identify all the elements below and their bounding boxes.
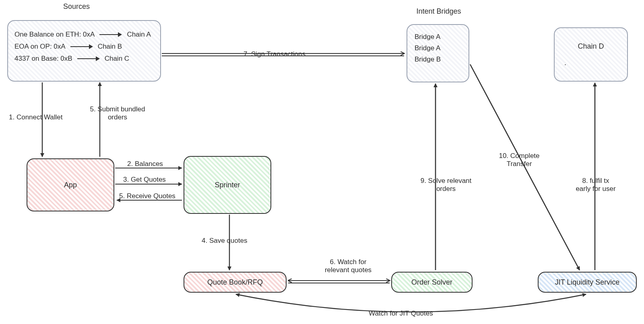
edge-1-label: 1. Connect Wallet bbox=[9, 113, 63, 121]
chain-d-panel: Chain D . bbox=[554, 27, 628, 82]
sources-title: Sources bbox=[52, 2, 101, 11]
order-solver-label: Order Solver bbox=[411, 278, 452, 287]
edge-9-label: 9. Solve relevantorders bbox=[410, 177, 482, 193]
edge-2-label: 2. Balances bbox=[127, 160, 163, 168]
source-row-2: EOA on OP: 0xA Chain B bbox=[14, 43, 154, 51]
source-1-left: One Balance on ETH: 0xA bbox=[14, 31, 95, 39]
arrow-icon bbox=[99, 32, 122, 37]
app-node: App bbox=[27, 158, 114, 211]
edge-7-label: 7. Sign Transactions bbox=[244, 50, 305, 58]
source-1-right: Chain A bbox=[127, 31, 151, 39]
source-2-right: Chain B bbox=[98, 43, 122, 51]
quote-book-node: Quote Book/RFQ bbox=[184, 272, 287, 293]
intent-bridges-title: Intent Bridges bbox=[407, 7, 471, 16]
edge-5open-label: 5. Submit bundledorders bbox=[77, 105, 158, 121]
edge-5rec-label: 5. Receive Quotes bbox=[119, 192, 175, 200]
edge-8-label: 8. fulfil txearly for user bbox=[564, 177, 628, 193]
bridge-2: Bridge A bbox=[415, 44, 461, 52]
chain-d-dot: . bbox=[564, 59, 566, 67]
order-solver-node: Order Solver bbox=[391, 272, 473, 293]
source-3-right: Chain C bbox=[105, 55, 129, 63]
quote-book-label: Quote Book/RFQ bbox=[207, 278, 263, 287]
intent-bridges-panel: Bridge A Bridge A Bridge B bbox=[407, 24, 469, 82]
source-3-left: 4337 on Base: 0xB bbox=[14, 55, 72, 63]
edge-6-label: 6. Watch forrelevant quotes bbox=[314, 258, 382, 274]
edge-jitwatch-label: Watch for JIT Quotes bbox=[369, 310, 433, 318]
bridge-3: Bridge B bbox=[415, 55, 461, 64]
jit-label: JIT Liquidity Service bbox=[555, 278, 620, 287]
arrow-icon bbox=[77, 56, 100, 62]
source-row-3: 4337 on Base: 0xB Chain C bbox=[14, 55, 154, 63]
sprinter-node: Sprinter bbox=[184, 156, 271, 214]
sprinter-label: Sprinter bbox=[215, 181, 240, 189]
app-label: App bbox=[64, 181, 77, 189]
edge-3-label: 3. Get Quotes bbox=[123, 176, 166, 184]
source-row-1: One Balance on ETH: 0xA Chain A bbox=[14, 31, 154, 39]
source-2-left: EOA on OP: 0xA bbox=[14, 43, 66, 51]
edge-4-label: 4. Save quotes bbox=[202, 237, 247, 245]
jit-node: JIT Liquidity Service bbox=[538, 272, 637, 293]
bridge-1: Bridge A bbox=[415, 33, 461, 41]
chain-d-label: Chain D bbox=[578, 42, 604, 51]
arrow-icon bbox=[70, 44, 93, 49]
sources-panel: One Balance on ETH: 0xA Chain A EOA on O… bbox=[7, 20, 161, 82]
edge-10-label: 10. CompleteTransfer bbox=[491, 152, 547, 168]
diagram-canvas: Sources Intent Bridges One Balance on ET… bbox=[0, 0, 644, 324]
